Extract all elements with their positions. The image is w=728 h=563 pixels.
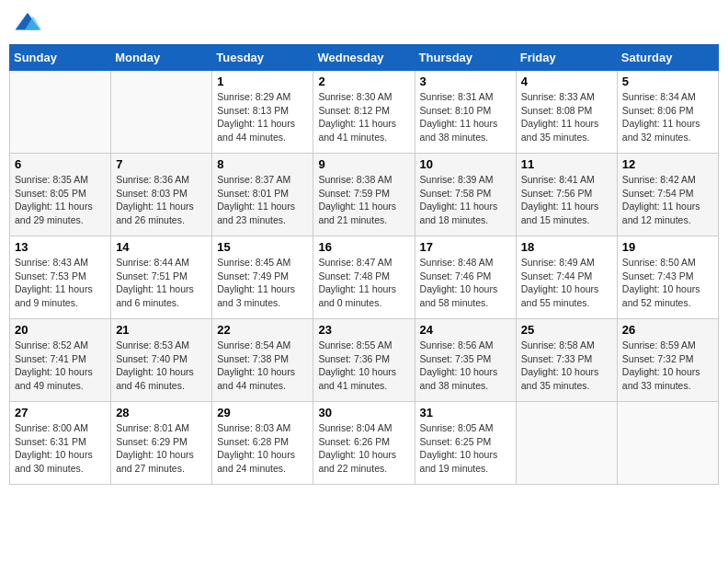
calendar-cell: 25Sunrise: 8:58 AMSunset: 7:33 PMDayligh… bbox=[516, 319, 617, 402]
page-header bbox=[9, 9, 719, 37]
day-info: Sunrise: 8:45 AMSunset: 7:49 PMDaylight:… bbox=[217, 256, 308, 310]
day-number: 6 bbox=[15, 157, 106, 171]
day-number: 19 bbox=[622, 240, 713, 254]
day-number: 15 bbox=[217, 240, 308, 254]
day-info: Sunrise: 8:00 AMSunset: 6:31 PMDaylight:… bbox=[15, 421, 106, 476]
day-info: Sunrise: 8:44 AMSunset: 7:51 PMDaylight:… bbox=[116, 256, 207, 310]
day-number: 22 bbox=[217, 323, 308, 337]
day-info: Sunrise: 8:04 AMSunset: 6:26 PMDaylight:… bbox=[318, 421, 409, 476]
calendar-cell: 14Sunrise: 8:44 AMSunset: 7:51 PMDayligh… bbox=[111, 236, 212, 319]
day-number: 5 bbox=[622, 75, 713, 88]
calendar-cell: 22Sunrise: 8:54 AMSunset: 7:38 PMDayligh… bbox=[212, 319, 313, 402]
day-info: Sunrise: 8:34 AMSunset: 8:06 PMDaylight:… bbox=[622, 90, 713, 144]
calendar-cell: 20Sunrise: 8:52 AMSunset: 7:41 PMDayligh… bbox=[10, 319, 111, 402]
calendar-cell: 6Sunrise: 8:35 AMSunset: 8:05 PMDaylight… bbox=[10, 154, 111, 236]
weekday-header-tuesday: Tuesday bbox=[212, 45, 313, 71]
day-number: 30 bbox=[318, 406, 409, 419]
day-info: Sunrise: 8:43 AMSunset: 7:53 PMDaylight:… bbox=[15, 256, 106, 310]
calendar-cell: 9Sunrise: 8:38 AMSunset: 7:59 PMDaylight… bbox=[313, 154, 415, 236]
logo-icon bbox=[14, 9, 41, 37]
day-number: 31 bbox=[420, 406, 511, 419]
day-info: Sunrise: 8:29 AMSunset: 8:13 PMDaylight:… bbox=[217, 90, 308, 144]
day-info: Sunrise: 8:48 AMSunset: 7:46 PMDaylight:… bbox=[420, 256, 511, 310]
calendar-cell: 29Sunrise: 8:03 AMSunset: 6:28 PMDayligh… bbox=[212, 402, 313, 485]
day-number: 14 bbox=[116, 240, 207, 254]
day-number: 29 bbox=[217, 406, 308, 419]
day-number: 13 bbox=[15, 240, 106, 254]
calendar-cell: 7Sunrise: 8:36 AMSunset: 8:03 PMDaylight… bbox=[111, 154, 212, 236]
day-number: 26 bbox=[622, 323, 713, 337]
calendar-cell: 21Sunrise: 8:53 AMSunset: 7:40 PMDayligh… bbox=[111, 319, 212, 402]
day-info: Sunrise: 8:33 AMSunset: 8:08 PMDaylight:… bbox=[521, 90, 612, 144]
day-info: Sunrise: 8:52 AMSunset: 7:41 PMDaylight:… bbox=[15, 339, 106, 393]
day-number: 23 bbox=[318, 323, 409, 337]
weekday-header-thursday: Thursday bbox=[415, 45, 516, 71]
day-info: Sunrise: 8:41 AMSunset: 7:56 PMDaylight:… bbox=[521, 173, 612, 227]
weekday-header-saturday: Saturday bbox=[617, 45, 718, 71]
day-number: 1 bbox=[217, 75, 308, 88]
calendar-week-row: 6Sunrise: 8:35 AMSunset: 8:05 PMDaylight… bbox=[10, 154, 719, 236]
day-number: 12 bbox=[622, 157, 713, 171]
day-info: Sunrise: 8:59 AMSunset: 7:32 PMDaylight:… bbox=[622, 339, 713, 393]
calendar-cell: 28Sunrise: 8:01 AMSunset: 6:29 PMDayligh… bbox=[111, 402, 212, 485]
day-info: Sunrise: 8:30 AMSunset: 8:12 PMDaylight:… bbox=[318, 90, 409, 144]
day-number: 25 bbox=[521, 323, 612, 337]
day-number: 10 bbox=[420, 157, 511, 171]
calendar-cell: 18Sunrise: 8:49 AMSunset: 7:44 PMDayligh… bbox=[516, 236, 617, 319]
calendar-cell: 1Sunrise: 8:29 AMSunset: 8:13 PMDaylight… bbox=[212, 71, 313, 154]
calendar-cell: 24Sunrise: 8:56 AMSunset: 7:35 PMDayligh… bbox=[415, 319, 516, 402]
calendar-cell: 11Sunrise: 8:41 AMSunset: 7:56 PMDayligh… bbox=[516, 154, 617, 236]
calendar-cell: 23Sunrise: 8:55 AMSunset: 7:36 PMDayligh… bbox=[313, 319, 415, 402]
calendar-cell: 2Sunrise: 8:30 AMSunset: 8:12 PMDaylight… bbox=[313, 71, 415, 154]
weekday-header-friday: Friday bbox=[516, 45, 617, 71]
day-number: 21 bbox=[116, 323, 207, 337]
weekday-header-monday: Monday bbox=[111, 45, 212, 71]
day-number: 9 bbox=[318, 157, 409, 171]
calendar-cell: 5Sunrise: 8:34 AMSunset: 8:06 PMDaylight… bbox=[617, 71, 718, 154]
day-number: 28 bbox=[116, 406, 207, 419]
calendar-cell: 12Sunrise: 8:42 AMSunset: 7:54 PMDayligh… bbox=[617, 154, 718, 236]
calendar-body: 1Sunrise: 8:29 AMSunset: 8:13 PMDaylight… bbox=[10, 71, 719, 485]
calendar-cell: 15Sunrise: 8:45 AMSunset: 7:49 PMDayligh… bbox=[212, 236, 313, 319]
calendar-header: SundayMondayTuesdayWednesdayThursdayFrid… bbox=[10, 45, 719, 71]
calendar-cell: 3Sunrise: 8:31 AMSunset: 8:10 PMDaylight… bbox=[415, 71, 516, 154]
weekday-header-row: SundayMondayTuesdayWednesdayThursdayFrid… bbox=[10, 45, 719, 71]
day-number: 8 bbox=[217, 157, 308, 171]
day-info: Sunrise: 8:47 AMSunset: 7:48 PMDaylight:… bbox=[318, 256, 409, 310]
day-info: Sunrise: 8:38 AMSunset: 7:59 PMDaylight:… bbox=[318, 173, 409, 227]
day-number: 7 bbox=[116, 157, 207, 171]
calendar-cell: 19Sunrise: 8:50 AMSunset: 7:43 PMDayligh… bbox=[617, 236, 718, 319]
calendar-week-row: 20Sunrise: 8:52 AMSunset: 7:41 PMDayligh… bbox=[10, 319, 719, 402]
calendar-cell: 31Sunrise: 8:05 AMSunset: 6:25 PMDayligh… bbox=[415, 402, 516, 485]
day-number: 27 bbox=[15, 406, 106, 419]
day-number: 3 bbox=[420, 75, 511, 88]
calendar-cell: 8Sunrise: 8:37 AMSunset: 8:01 PMDaylight… bbox=[212, 154, 313, 236]
calendar-cell: 16Sunrise: 8:47 AMSunset: 7:48 PMDayligh… bbox=[313, 236, 415, 319]
calendar-cell bbox=[10, 71, 111, 154]
calendar-cell: 4Sunrise: 8:33 AMSunset: 8:08 PMDaylight… bbox=[516, 71, 617, 154]
day-info: Sunrise: 8:58 AMSunset: 7:33 PMDaylight:… bbox=[521, 339, 612, 393]
day-info: Sunrise: 8:56 AMSunset: 7:35 PMDaylight:… bbox=[420, 339, 511, 393]
calendar-cell: 17Sunrise: 8:48 AMSunset: 7:46 PMDayligh… bbox=[415, 236, 516, 319]
day-info: Sunrise: 8:42 AMSunset: 7:54 PMDaylight:… bbox=[622, 173, 713, 227]
day-info: Sunrise: 8:31 AMSunset: 8:10 PMDaylight:… bbox=[420, 90, 511, 144]
day-info: Sunrise: 8:03 AMSunset: 6:28 PMDaylight:… bbox=[217, 421, 308, 476]
day-info: Sunrise: 8:36 AMSunset: 8:03 PMDaylight:… bbox=[116, 173, 207, 227]
calendar-cell: 27Sunrise: 8:00 AMSunset: 6:31 PMDayligh… bbox=[10, 402, 111, 485]
day-info: Sunrise: 8:01 AMSunset: 6:29 PMDaylight:… bbox=[116, 421, 207, 476]
calendar-cell bbox=[617, 402, 718, 485]
calendar-table: SundayMondayTuesdayWednesdayThursdayFrid… bbox=[9, 44, 719, 485]
weekday-header-sunday: Sunday bbox=[10, 45, 111, 71]
logo bbox=[14, 9, 45, 37]
day-number: 4 bbox=[521, 75, 612, 88]
day-info: Sunrise: 8:37 AMSunset: 8:01 PMDaylight:… bbox=[217, 173, 308, 227]
day-info: Sunrise: 8:55 AMSunset: 7:36 PMDaylight:… bbox=[318, 339, 409, 393]
calendar-week-row: 1Sunrise: 8:29 AMSunset: 8:13 PMDaylight… bbox=[10, 71, 719, 154]
day-number: 2 bbox=[318, 75, 409, 88]
day-info: Sunrise: 8:05 AMSunset: 6:25 PMDaylight:… bbox=[420, 421, 511, 476]
day-number: 24 bbox=[420, 323, 511, 337]
calendar-cell bbox=[516, 402, 617, 485]
calendar-week-row: 13Sunrise: 8:43 AMSunset: 7:53 PMDayligh… bbox=[10, 236, 719, 319]
day-info: Sunrise: 8:50 AMSunset: 7:43 PMDaylight:… bbox=[622, 256, 713, 310]
day-info: Sunrise: 8:35 AMSunset: 8:05 PMDaylight:… bbox=[15, 173, 106, 227]
